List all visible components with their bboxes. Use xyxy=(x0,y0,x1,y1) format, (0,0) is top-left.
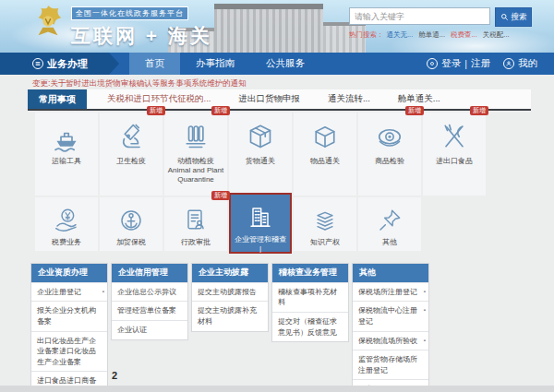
service-tile-label: 知识产权 xyxy=(308,238,342,247)
panel-item-link[interactable]: 企业信息公示异议 xyxy=(112,282,187,302)
magnifier-icon xyxy=(500,13,509,21)
panel-企业主动披露: 企业主动披露提交主动披露报告提交主动披露补充材料 xyxy=(191,263,269,332)
page: 全国一体化在线政务服务平台 互联网 + 海关 搜索 热门搜索：通关无...舱单通… xyxy=(0,0,554,392)
service-tile-label: 商品检验 xyxy=(373,157,406,166)
service-grid-row-1: 运输工具新增卫生检疫新增动植物检疫 Animal and Plant Quara… xyxy=(35,113,486,196)
panel-header: 其他 xyxy=(353,264,428,282)
search-input[interactable] xyxy=(349,7,490,25)
service-tile-物品通关[interactable]: 物品通关 xyxy=(294,113,356,196)
service-tile-其他[interactable]: 其他 xyxy=(358,197,421,251)
site-title: 互联网 + 海关 xyxy=(71,23,212,49)
announcement-link[interactable]: 变更:关于暂时进出境货物审核确认等服务事项系统维护的通知 xyxy=(32,78,247,89)
service-tile-label: 企业管理和稽查 xyxy=(233,235,288,244)
panel-item-link[interactable]: 保税物流中心注册登记▪ xyxy=(353,301,428,330)
hot-search-label: 热门搜索： xyxy=(349,30,384,39)
service-tile-税费业务[interactable]: 税费业务 xyxy=(35,197,98,251)
buildings-icon xyxy=(246,203,275,232)
nav-tab-公共服务[interactable]: 公共服务 xyxy=(250,53,320,75)
user-icon xyxy=(503,58,514,69)
new-badge: 新增 xyxy=(211,191,230,200)
quarantine-icon xyxy=(179,121,212,154)
customs-emblem-icon xyxy=(30,3,66,40)
service-tile-加贸保税[interactable]: 加贸保税 xyxy=(100,197,163,251)
service-tile-label: 动植物检疫 Animal and Plant Quarantine xyxy=(164,157,227,184)
service-tile-商品检验[interactable]: 新增商品检验 xyxy=(358,113,421,196)
nav-business-menu[interactable]: 业务办理 xyxy=(0,53,109,75)
nav-tab-办事指南[interactable]: 办事指南 xyxy=(180,53,250,75)
panel-item-link[interactable]: 提交主动披露报告 xyxy=(192,282,268,302)
service-tile-label: 加贸保税 xyxy=(114,238,148,247)
microscope-icon xyxy=(114,121,148,154)
service-tile-label: 税费业务 xyxy=(50,238,83,247)
panel-item-link[interactable]: 企业认证 xyxy=(112,320,187,339)
service-tile-行政审批[interactable]: 新增行政审批 xyxy=(164,197,227,251)
search-button-label: 搜索 xyxy=(511,12,526,23)
service-tile-知识产权[interactable]: 知识产权 xyxy=(294,197,356,251)
hot-search-link[interactable]: 舱单通... xyxy=(418,30,445,39)
platform-badge: 全国一体化在线政务服务平台 xyxy=(71,6,188,20)
login-link[interactable]: 登录 xyxy=(441,57,461,70)
panel-header: 企业资质办理 xyxy=(31,264,107,282)
category-tab-active[interactable]: 常用事项 xyxy=(28,89,87,109)
panel-item-link[interactable]: 管理经营单位备案 xyxy=(112,301,187,320)
hot-search-link[interactable]: 税费查... xyxy=(451,30,477,39)
service-tile-动植物检疫[interactable]: 新增动植物检疫 Animal and Plant Quarantine xyxy=(164,113,227,196)
service-tile-label: 卫生检疫 xyxy=(114,157,148,166)
ship-icon xyxy=(50,121,83,154)
service-tile-企业管理和稽查[interactable]: 企业管理和稽查| xyxy=(229,193,292,254)
new-badge: 新增 xyxy=(405,106,424,115)
food-icon xyxy=(438,121,471,154)
category-tab[interactable]: 进出口货物申报 xyxy=(238,89,300,109)
item-marker-icon: ▪ xyxy=(424,337,426,345)
search-area: 搜索 热门搜索：通关无...舱单通...税费查...关税配... xyxy=(349,7,534,40)
site-header: 全国一体化在线政务服务平台 互联网 + 海关 搜索 热门搜索：通关无...舱单通… xyxy=(0,0,554,53)
service-tile-label: 货物通关 xyxy=(244,157,277,166)
nav-business-menu-label: 业务办理 xyxy=(47,57,88,71)
panel-item-link[interactable]: 提交主动披露补充材料 xyxy=(192,301,268,330)
site-logo[interactable]: 全国一体化在线政务服务平台 互联网 + 海关 xyxy=(30,3,212,49)
new-badge: 新增 xyxy=(211,106,230,115)
service-tile-label: 运输工具 xyxy=(50,157,83,166)
annotation-step-number: 2 xyxy=(112,370,117,381)
search-button[interactable]: 搜索 xyxy=(495,7,532,27)
panel-item-link[interactable]: 保税场所注册登记▪ xyxy=(353,282,428,302)
my-account-link[interactable]: 我的 xyxy=(518,57,537,70)
panel-item-link[interactable]: 企业注册登记▪ xyxy=(31,282,107,302)
panel-item-link[interactable]: 提交对（稽查征求意见书）反馈意见 xyxy=(272,312,348,341)
hot-search-bar: 热门搜索：通关无...舱单通...税费查...关税配... xyxy=(349,30,534,40)
item-marker-icon: ▪ xyxy=(102,288,104,296)
inspection-icon xyxy=(373,121,406,154)
login-register-separator: | xyxy=(464,58,467,69)
pushpin-icon xyxy=(375,206,404,235)
layers-icon xyxy=(310,206,340,235)
hot-search-link[interactable]: 通关无... xyxy=(387,30,414,39)
item-marker-icon: ▪ xyxy=(424,306,426,315)
package-icon xyxy=(244,121,277,154)
panel-item-link[interactable]: 稽核查事项补充材料 xyxy=(272,282,348,312)
panel-item-link[interactable]: 保税物流场所验收▪ xyxy=(353,331,428,350)
panel-item-link[interactable]: 监管货物存储场所注册登记 xyxy=(353,350,428,379)
service-tile-label: 行政审批 xyxy=(179,238,212,247)
hot-search-link[interactable]: 关税配... xyxy=(483,30,510,39)
service-tile-label: 进出口食品 xyxy=(434,157,475,166)
hamburger-icon xyxy=(32,58,43,69)
service-tile-卫生检疫[interactable]: 新增卫生检疫 xyxy=(100,113,163,196)
panel-header: 稽核查业务管理 xyxy=(272,264,348,282)
panel-企业资质办理: 企业资质办理企业注册登记▪报关企业分支机构备案出口化妆品生产企业备案进口化妆品生… xyxy=(30,263,108,392)
panel-其他: 其他保税场所注册登记▪保税物流中心注册登记▪保税物流场所验收▪监管货物存储场所注… xyxy=(352,263,429,392)
service-tile-label: 物品通关 xyxy=(308,157,342,166)
service-tile-货物通关[interactable]: 货物通关 xyxy=(229,113,292,196)
anchor-icon xyxy=(116,206,146,235)
category-tab-bar: 常用事项关税和进口环节代征税的...进出口货物申报通关流转...舱单通关... xyxy=(28,89,531,111)
approval-icon xyxy=(181,206,211,235)
panel-稽核查业务管理: 稽核查业务管理稽核查事项补充材料提交对（稽查征求意见书）反馈意见 xyxy=(271,263,349,342)
panel-item-link[interactable]: 出口化妆品生产企业备案进口化妆品生产企业备案 xyxy=(31,331,107,372)
item-marker-icon: ▪ xyxy=(424,288,426,296)
service-tile-进出口食品[interactable]: 新增进出口食品 xyxy=(423,113,486,196)
category-tab[interactable]: 通关流转... xyxy=(328,89,370,109)
register-link[interactable]: 注册 xyxy=(471,57,490,70)
service-link-panels: 企业资质办理企业注册登记▪报关企业分支机构备案出口化妆品生产企业备案进口化妆品生… xyxy=(30,263,432,392)
service-tile-运输工具[interactable]: 运输工具 xyxy=(35,113,98,196)
panel-item-link[interactable]: 报关企业分支机构备案 xyxy=(31,301,107,330)
nav-tab-首页[interactable]: 首页 xyxy=(129,53,180,75)
